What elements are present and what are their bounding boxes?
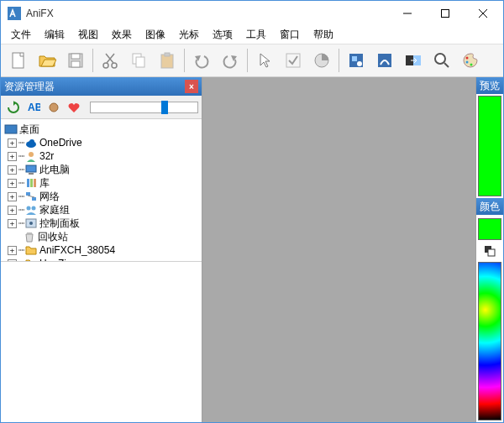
svg-point-21 — [357, 61, 362, 66]
tree-item[interactable]: +┈AniFXCH_38054 — [3, 243, 200, 257]
zoom-slider[interactable] — [90, 102, 198, 113]
menu-file[interactable]: 文件 — [4, 26, 38, 44]
color-palette[interactable] — [478, 262, 501, 420]
menu-options[interactable]: 选项 — [206, 26, 239, 44]
toolbar-sep — [339, 49, 339, 72]
preview-box — [478, 96, 501, 196]
current-color[interactable] — [478, 218, 501, 240]
tree-item[interactable]: +┈网络 — [3, 190, 200, 203]
svg-point-31 — [50, 103, 58, 112]
panel-toolbar: ABC — [1, 96, 202, 119]
svg-point-10 — [112, 63, 117, 68]
tree-item[interactable]: +┈库 — [3, 176, 200, 190]
svg-line-43 — [28, 196, 34, 197]
canvas-area[interactable] — [202, 77, 475, 422]
expand-toggle[interactable]: + — [8, 138, 17, 148]
color-header: 颜色 — [476, 198, 503, 215]
copy-button[interactable] — [125, 47, 152, 74]
tool-c-button[interactable] — [400, 47, 427, 74]
save-button[interactable] — [62, 47, 89, 74]
menu-effect[interactable]: 效果 — [105, 26, 139, 44]
svg-point-34 — [29, 139, 34, 144]
tree-item[interactable]: 回收站 — [3, 230, 200, 243]
svg-rect-7 — [71, 54, 80, 59]
palette-button[interactable] — [457, 47, 484, 74]
toolbar-sep — [92, 49, 93, 72]
expand-toggle[interactable]: + — [8, 219, 17, 228]
panel-close-button[interactable]: × — [185, 80, 198, 93]
zoom-button[interactable] — [428, 47, 455, 74]
svg-rect-42 — [32, 197, 36, 201]
new-button[interactable] — [5, 47, 32, 74]
svg-point-27 — [466, 57, 469, 60]
menu-cursor[interactable]: 光标 — [172, 26, 206, 44]
window-title: AniFX — [26, 8, 388, 19]
svg-point-35 — [29, 152, 34, 157]
maximize-button[interactable] — [426, 2, 464, 26]
recycle-bin-icon — [23, 230, 36, 243]
tool-b-button[interactable] — [371, 47, 398, 74]
minimize-button[interactable] — [388, 2, 426, 26]
menubar: 文件 编辑 视图 效果 图像 光标 选项 工具 窗口 帮助 — [1, 26, 503, 44]
paste-button[interactable] — [154, 47, 181, 74]
circle-button[interactable] — [308, 47, 335, 74]
expand-toggle[interactable]: + — [8, 179, 17, 188]
refresh-icon[interactable] — [4, 98, 23, 117]
library-icon — [24, 176, 38, 190]
svg-rect-8 — [71, 61, 80, 67]
folder-icon — [24, 243, 38, 257]
open-button[interactable] — [34, 47, 60, 74]
tree-root[interactable]: 桌面 — [3, 123, 200, 136]
close-button[interactable] — [464, 2, 501, 26]
svg-rect-14 — [136, 57, 144, 67]
redo-button[interactable] — [217, 47, 244, 74]
slider-thumb[interactable] — [161, 101, 168, 114]
expand-toggle[interactable]: + — [8, 192, 17, 201]
resource-panel: 资源管理器 × ABC 桌面 +┈OneDrive +┈32r +┈此电脑 +┈… — [1, 77, 202, 422]
menu-tools[interactable]: 工具 — [239, 26, 273, 44]
menu-edit[interactable]: 编辑 — [38, 26, 71, 44]
expand-toggle[interactable]: + — [8, 206, 17, 215]
svg-point-28 — [466, 61, 469, 64]
menu-help[interactable]: 帮助 — [307, 26, 340, 44]
svg-rect-20 — [352, 56, 357, 61]
svg-rect-32 — [5, 125, 17, 133]
expand-toggle[interactable]: + — [8, 152, 17, 161]
control-panel-icon — [24, 217, 38, 230]
svg-rect-5 — [13, 53, 24, 68]
svg-line-26 — [444, 63, 449, 67]
svg-rect-48 — [27, 232, 32, 234]
expand-toggle[interactable]: + — [8, 165, 17, 175]
tree-item[interactable]: +┈家庭组 — [3, 203, 200, 217]
heart-icon[interactable] — [65, 98, 83, 117]
menu-image[interactable]: 图像 — [139, 26, 172, 44]
toolbar-sep — [184, 49, 185, 72]
tree-item[interactable]: +┈32r — [3, 149, 200, 163]
swap-colors-icon[interactable] — [478, 243, 501, 258]
svg-point-9 — [103, 63, 108, 68]
font-icon[interactable]: ABC — [24, 98, 43, 117]
menu-view[interactable]: 视图 — [71, 26, 105, 44]
svg-point-47 — [29, 222, 33, 225]
pointer-button[interactable] — [251, 47, 278, 74]
panel-title: 资源管理器 — [4, 80, 185, 94]
expand-toggle[interactable]: + — [8, 246, 17, 255]
cut-button[interactable] — [97, 47, 123, 74]
svg-rect-36 — [26, 165, 36, 172]
check-button[interactable] — [280, 47, 307, 74]
menu-window[interactable]: 窗口 — [273, 26, 307, 44]
tool-a-button[interactable] — [343, 47, 370, 74]
gear-icon[interactable] — [45, 98, 63, 117]
toolbar-sep — [247, 49, 248, 72]
svg-rect-37 — [29, 173, 34, 175]
tree-item[interactable]: +┈控制面板 — [3, 217, 200, 230]
undo-button[interactable] — [188, 47, 215, 74]
user-icon — [24, 149, 38, 163]
cloud-icon — [24, 136, 38, 149]
toolbar — [1, 44, 503, 77]
homegroup-icon — [24, 203, 38, 217]
svg-text:ABC: ABC — [28, 102, 40, 113]
folder-tree[interactable]: 桌面 +┈OneDrive +┈32r +┈此电脑 +┈库 +┈网络 +┈家庭组… — [1, 119, 202, 262]
tree-item[interactable]: +┈此电脑 — [3, 163, 200, 176]
tree-item[interactable]: +┈OneDrive — [3, 136, 200, 149]
